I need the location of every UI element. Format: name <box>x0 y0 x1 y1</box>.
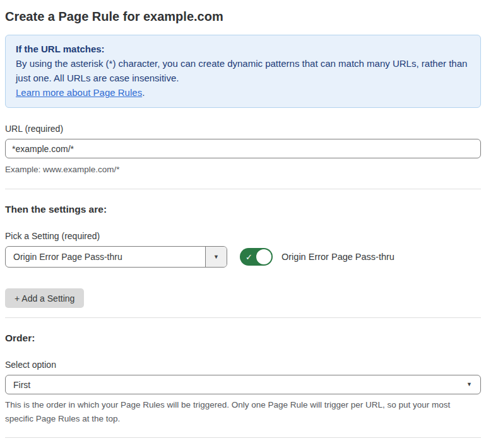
setting-dropdown-value[interactable]: Origin Error Page Pass-thru <box>6 247 205 267</box>
toggle-knob <box>256 249 271 264</box>
order-select[interactable]: First ▼ <box>5 375 481 394</box>
order-helper-text: This is the order in which your Page Rul… <box>5 398 481 426</box>
url-example-helper: Example: www.example.com/* <box>5 163 481 176</box>
divider <box>5 317 481 318</box>
order-select-value: First <box>13 380 30 390</box>
info-box-body: By using the asterisk (*) character, you… <box>16 56 470 85</box>
caret-down-icon: ▼ <box>213 254 219 260</box>
create-page-rule-panel: Create a Page Rule for example.com If th… <box>0 0 486 448</box>
setting-dropdown: Origin Error Page Pass-thru ▼ <box>5 246 227 268</box>
setting-toggle-label: Origin Error Page Pass-thru <box>282 252 394 262</box>
pick-setting-label: Pick a Setting (required) <box>5 231 481 241</box>
check-icon: ✓ <box>246 252 252 262</box>
setting-toggle[interactable]: ✓ <box>240 248 273 266</box>
divider <box>5 189 481 189</box>
settings-section-heading: Then the settings are: <box>5 204 481 215</box>
learn-more-link[interactable]: Learn more about Page Rules <box>16 87 142 98</box>
caret-down-icon: ▼ <box>466 382 472 387</box>
info-box-link-line: Learn more about Page Rules. <box>16 85 470 100</box>
order-section-heading: Order: <box>5 333 481 344</box>
setting-dropdown-arrow-button[interactable]: ▼ <box>205 247 227 267</box>
setting-row: Origin Error Page Pass-thru ▼ ✓ Origin E… <box>5 246 481 268</box>
page-title: Create a Page Rule for example.com <box>5 8 481 25</box>
order-select-label: Select option <box>5 360 481 370</box>
divider <box>5 437 481 438</box>
link-period: . <box>142 87 145 98</box>
url-input[interactable] <box>5 139 481 158</box>
url-match-info-box: If the URL matches: By using the asteris… <box>5 35 481 108</box>
url-field-label: URL (required) <box>5 124 481 134</box>
add-setting-button[interactable]: + Add a Setting <box>5 288 84 308</box>
info-box-heading: If the URL matches: <box>16 42 470 56</box>
